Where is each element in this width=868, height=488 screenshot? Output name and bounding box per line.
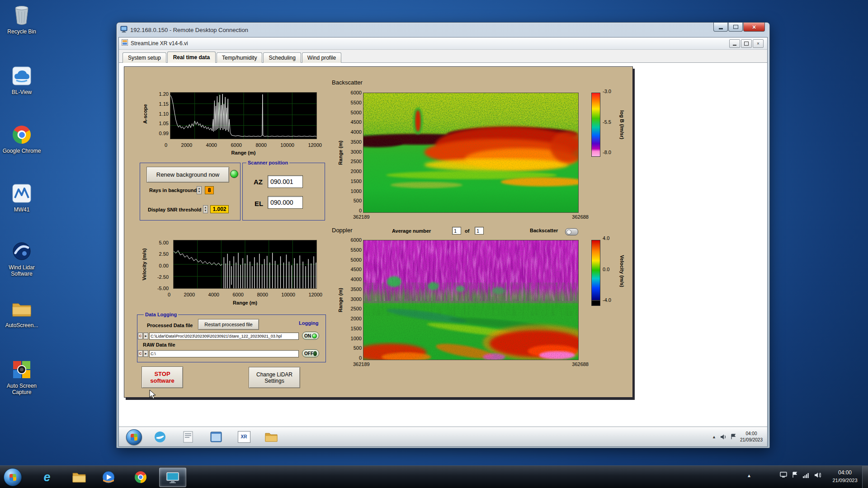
stop-software-button[interactable]: STOP software <box>142 366 183 388</box>
tray-monitor-icon[interactable] <box>780 472 787 478</box>
desktop-icon-google-chrome[interactable]: Google Chrome <box>1 123 42 154</box>
doppler-y-ticks: 6000550050004500400035003000250020001500… <box>348 238 362 361</box>
taskbar-media-player-icon[interactable] <box>101 470 116 484</box>
processed-logging-toggle[interactable]: ON <box>302 332 319 340</box>
stop-button-line1: STOP <box>154 371 170 377</box>
data-logging-title: Data Logging <box>144 312 178 317</box>
mouse-cursor <box>149 389 156 401</box>
velocity-y-axis-label: Velocity (m/s) <box>142 249 147 281</box>
az-value-field[interactable]: 090.001 <box>268 175 303 188</box>
rdp-maximize-button[interactable] <box>728 23 743 32</box>
remote-ie-icon[interactable] <box>153 430 166 443</box>
raw-logging-lamp <box>313 351 317 356</box>
remote-xr-app-icon[interactable]: XR <box>237 430 250 443</box>
y-tick-label: 2500 <box>351 159 362 164</box>
velocity-y-ticks: 5.002.500.00-2.50-5.00 <box>150 240 169 291</box>
desktop-icon-label: Recycle Bin <box>1 28 42 35</box>
show-desktop-button[interactable] <box>862 466 868 488</box>
remote-notepad-icon[interactable] <box>181 430 194 443</box>
taskbar-explorer-icon[interactable] <box>71 470 87 484</box>
browse-icon[interactable]: ▸ <box>143 350 148 357</box>
backscatter-doppler-toggle[interactable] <box>565 228 578 235</box>
desktop-icon-auto-screen-capture[interactable]: Auto Screen Capture <box>1 358 42 396</box>
taskbar-clock[interactable]: 04:00 21/09/2023 <box>824 469 866 484</box>
y-tick-label: 0 <box>359 356 362 361</box>
tab-strip: System setupReal time dataTemp/humidityS… <box>119 50 767 63</box>
tab[interactable]: Real time data <box>167 52 216 63</box>
average-of-field[interactable]: 1 <box>475 227 484 235</box>
desktop-icon-wind-lidar[interactable]: Wind Lidar Software <box>1 239 42 277</box>
start-button[interactable] <box>4 468 22 486</box>
clock-date: 21/09/2023 <box>824 477 866 484</box>
renew-background-button[interactable]: Renew background now <box>146 167 229 183</box>
processed-data-file-label: Processed Data file <box>147 323 193 328</box>
remote-app-window-icon[interactable] <box>209 430 222 443</box>
rdp-close-button[interactable]: × <box>743 23 765 32</box>
browse-icon[interactable]: ▸ <box>143 333 148 339</box>
desktop-icon-mw41[interactable]: MW41 <box>1 182 42 213</box>
windows-flag-icon <box>131 434 137 441</box>
tray-up-arrow-icon[interactable]: ▲ <box>712 435 716 439</box>
snr-threshold-label: Display SNR threshold <box>148 207 202 212</box>
snr-value[interactable]: 1.002 <box>210 205 229 213</box>
stop-button-line2: software <box>150 377 174 384</box>
app-close-button[interactable]: × <box>753 39 764 48</box>
raw-logging-toggle[interactable]: OFF <box>302 349 319 357</box>
change-lidar-settings-button[interactable]: Change LiDAR Settings <box>249 367 300 388</box>
path-type-icon: C <box>138 333 143 339</box>
taskbar-ie-icon[interactable]: e <box>39 470 55 484</box>
rdp-content: StreamLine XR v14-6.vi × System setupRea… <box>118 37 768 447</box>
volume-icon[interactable] <box>720 434 726 440</box>
action-center-flag-icon[interactable] <box>731 434 736 440</box>
y-tick-label: 6000 <box>351 90 362 95</box>
rdp-minimize-button[interactable] <box>713 23 728 32</box>
host-taskbar: e ▲ 04:00 21/09/2023 <box>0 465 868 488</box>
x-tick-label: 2000 <box>184 292 195 297</box>
volume-icon[interactable] <box>814 472 821 478</box>
average-number-field[interactable]: 1 <box>452 227 461 235</box>
app-window-title: StreamLine XR v14-6.vi <box>131 40 188 47</box>
y-tick-label: 2.50 <box>159 252 169 257</box>
restart-processed-file-button[interactable]: Restart processed file <box>198 319 259 330</box>
rdp-monitor-icon <box>166 472 179 483</box>
colorbar-tick-label: -3.0 <box>603 89 611 94</box>
taskbar-chrome-icon[interactable] <box>133 470 148 484</box>
backscatter-y-axis-label: Range (m) <box>338 141 343 165</box>
remote-start-button[interactable] <box>126 429 142 445</box>
taskbar-rdp-button-active[interactable] <box>159 468 186 487</box>
network-icon[interactable] <box>802 472 809 478</box>
desktop-icon-bl-view[interactable]: BL-View <box>1 64 42 95</box>
snr-spinner[interactable]: ▲▼ <box>203 205 208 213</box>
tab[interactable]: Temp/humidity <box>217 52 262 63</box>
rays-value[interactable]: 8 <box>205 186 214 194</box>
y-tick-label: 1000 <box>351 189 362 194</box>
x-tick-label: 2000 <box>181 143 192 148</box>
tab[interactable]: System setup <box>123 52 166 63</box>
rays-spinner[interactable]: ▲▼ <box>197 186 202 194</box>
y-tick-label: 1500 <box>351 179 362 184</box>
action-center-flag-icon[interactable] <box>792 472 797 478</box>
mw41-icon <box>1 182 42 205</box>
tray-up-arrow-icon[interactable]: ▲ <box>747 473 751 478</box>
y-tick-label: 2000 <box>351 169 362 174</box>
doppler-colorbar-label: Velocity (m/s) <box>619 255 625 287</box>
tab[interactable]: Scheduling <box>263 52 301 63</box>
processed-data-file-path[interactable]: C:\Lidar\Data\Proc\2023\202309\20230921\… <box>149 333 299 340</box>
tab[interactable]: Wind profile <box>302 52 341 63</box>
el-value-field[interactable]: 090.000 <box>268 196 303 209</box>
vi-icon <box>122 39 128 47</box>
rdp-titlebar[interactable]: 192.168.0.150 - Remote Desktop Connectio… <box>118 23 768 37</box>
app-minimize-button[interactable] <box>729 39 740 48</box>
y-tick-label: 0.99 <box>159 131 169 136</box>
app-titlebar[interactable]: StreamLine XR v14-6.vi × <box>119 38 767 50</box>
remote-folder-icon[interactable] <box>264 430 278 443</box>
raw-data-file-path[interactable]: C:\ <box>149 350 299 357</box>
desktop-icon-autoscreen-folder[interactable]: AutoScreen... <box>1 297 42 328</box>
x-tick-label: 12000 <box>308 143 322 148</box>
x-tick-label: 362189 <box>353 362 370 367</box>
backscatter-title: Backscatter <box>332 79 363 86</box>
app-restore-button[interactable] <box>741 39 752 48</box>
remote-clock[interactable]: 04:00 21/09/2023 <box>740 431 763 443</box>
desktop-icon-recycle-bin[interactable]: Recycle Bin <box>1 4 42 35</box>
xr-app-glyph: XR <box>238 431 250 443</box>
